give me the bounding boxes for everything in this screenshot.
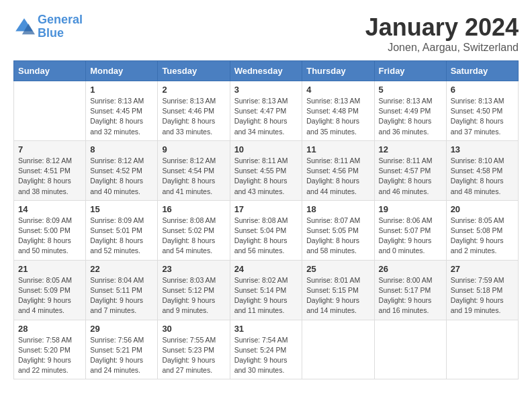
day-info: Sunrise: 8:11 AMSunset: 4:55 PMDaylight:… — [234, 156, 298, 197]
day-number: 13 — [451, 144, 514, 154]
calendar-cell: 1Sunrise: 8:13 AMSunset: 4:45 PMDaylight… — [86, 81, 158, 141]
calendar-cell: 21Sunrise: 8:05 AMSunset: 5:09 PMDayligh… — [14, 260, 86, 320]
day-number: 2 — [162, 85, 225, 95]
day-info: Sunrise: 8:09 AMSunset: 5:01 PMDaylight:… — [90, 216, 153, 257]
calendar-cell: 27Sunrise: 7:59 AMSunset: 5:18 PMDayligh… — [446, 260, 518, 320]
calendar-body: 1Sunrise: 8:13 AMSunset: 4:45 PMDaylight… — [14, 81, 519, 379]
day-info: Sunrise: 8:13 AMSunset: 4:49 PMDaylight:… — [379, 96, 442, 137]
day-number: 24 — [234, 264, 298, 274]
day-number: 8 — [90, 144, 153, 154]
day-info: Sunrise: 8:08 AMSunset: 5:04 PMDaylight:… — [234, 216, 298, 257]
day-info: Sunrise: 7:56 AMSunset: 5:21 PMDaylight:… — [90, 335, 153, 376]
calendar-cell — [446, 320, 518, 379]
day-number: 11 — [306, 144, 369, 154]
calendar-cell — [374, 320, 446, 379]
calendar-cell: 15Sunrise: 8:09 AMSunset: 5:01 PMDayligh… — [86, 200, 158, 260]
day-number: 25 — [306, 264, 369, 274]
logo-line1: General — [38, 13, 83, 26]
calendar-cell: 3Sunrise: 8:13 AMSunset: 4:47 PMDaylight… — [230, 81, 302, 141]
calendar-cell: 20Sunrise: 8:05 AMSunset: 5:08 PMDayligh… — [446, 200, 518, 260]
day-info: Sunrise: 7:54 AMSunset: 5:24 PMDaylight:… — [234, 335, 298, 376]
calendar-cell: 5Sunrise: 8:13 AMSunset: 4:49 PMDaylight… — [374, 81, 446, 141]
calendar-cell: 4Sunrise: 8:13 AMSunset: 4:48 PMDaylight… — [302, 81, 374, 141]
week-row-5: 28Sunrise: 7:58 AMSunset: 5:20 PMDayligh… — [14, 320, 519, 379]
calendar-cell: 14Sunrise: 8:09 AMSunset: 5:00 PMDayligh… — [14, 200, 86, 260]
day-number: 23 — [162, 264, 225, 274]
day-info: Sunrise: 8:00 AMSunset: 5:17 PMDaylight:… — [379, 275, 442, 316]
header-day-saturday: Saturday — [446, 61, 518, 81]
day-info: Sunrise: 8:12 AMSunset: 4:54 PMDaylight:… — [162, 156, 225, 197]
header-day-thursday: Thursday — [302, 61, 374, 81]
day-number: 19 — [379, 204, 442, 214]
day-info: Sunrise: 8:13 AMSunset: 4:47 PMDaylight:… — [234, 96, 298, 137]
day-info: Sunrise: 8:08 AMSunset: 5:02 PMDaylight:… — [162, 216, 225, 257]
calendar-cell — [14, 81, 86, 141]
calendar-cell: 19Sunrise: 8:06 AMSunset: 5:07 PMDayligh… — [374, 200, 446, 260]
day-info: Sunrise: 7:55 AMSunset: 5:23 PMDaylight:… — [162, 335, 225, 376]
day-number: 26 — [379, 264, 442, 274]
day-number: 3 — [234, 85, 298, 95]
logo-icon — [13, 16, 35, 38]
day-number: 12 — [379, 144, 442, 154]
calendar-table: SundayMondayTuesdayWednesdayThursdayFrid… — [13, 60, 519, 379]
day-info: Sunrise: 8:07 AMSunset: 5:05 PMDaylight:… — [306, 216, 369, 257]
calendar-cell: 6Sunrise: 8:13 AMSunset: 4:50 PMDaylight… — [446, 81, 518, 141]
day-info: Sunrise: 8:05 AMSunset: 5:09 PMDaylight:… — [18, 275, 81, 316]
day-info: Sunrise: 8:02 AMSunset: 5:14 PMDaylight:… — [234, 275, 298, 316]
header-day-sunday: Sunday — [14, 61, 86, 81]
day-info: Sunrise: 8:13 AMSunset: 4:46 PMDaylight:… — [162, 96, 225, 137]
calendar-cell: 30Sunrise: 7:55 AMSunset: 5:23 PMDayligh… — [158, 320, 230, 379]
calendar-cell: 13Sunrise: 8:10 AMSunset: 4:58 PMDayligh… — [446, 140, 518, 200]
calendar-cell: 9Sunrise: 8:12 AMSunset: 4:54 PMDaylight… — [158, 140, 230, 200]
day-info: Sunrise: 8:06 AMSunset: 5:07 PMDaylight:… — [379, 216, 442, 257]
calendar-cell: 12Sunrise: 8:11 AMSunset: 4:57 PMDayligh… — [374, 140, 446, 200]
week-row-4: 21Sunrise: 8:05 AMSunset: 5:09 PMDayligh… — [14, 260, 519, 320]
calendar-cell: 24Sunrise: 8:02 AMSunset: 5:14 PMDayligh… — [230, 260, 302, 320]
day-info: Sunrise: 7:59 AMSunset: 5:18 PMDaylight:… — [451, 275, 514, 316]
calendar-cell: 8Sunrise: 8:12 AMSunset: 4:52 PMDaylight… — [86, 140, 158, 200]
header: General Blue January 2024 Jonen, Aargau,… — [13, 13, 519, 54]
day-number: 17 — [234, 204, 298, 214]
day-info: Sunrise: 8:12 AMSunset: 4:51 PMDaylight:… — [18, 156, 81, 197]
day-number: 7 — [18, 144, 81, 154]
title-area: January 2024 Jonen, Aargau, Switzerland — [365, 13, 519, 54]
calendar-cell: 7Sunrise: 8:12 AMSunset: 4:51 PMDaylight… — [14, 140, 86, 200]
day-info: Sunrise: 8:11 AMSunset: 4:56 PMDaylight:… — [306, 156, 369, 197]
calendar-cell: 11Sunrise: 8:11 AMSunset: 4:56 PMDayligh… — [302, 140, 374, 200]
calendar-cell: 26Sunrise: 8:00 AMSunset: 5:17 PMDayligh… — [374, 260, 446, 320]
day-info: Sunrise: 8:11 AMSunset: 4:57 PMDaylight:… — [379, 156, 442, 197]
day-number: 4 — [306, 85, 369, 95]
day-info: Sunrise: 8:04 AMSunset: 5:11 PMDaylight:… — [90, 275, 153, 316]
calendar-cell: 17Sunrise: 8:08 AMSunset: 5:04 PMDayligh… — [230, 200, 302, 260]
day-info: Sunrise: 7:58 AMSunset: 5:20 PMDaylight:… — [18, 335, 81, 376]
day-info: Sunrise: 8:05 AMSunset: 5:08 PMDaylight:… — [451, 216, 514, 257]
week-row-3: 14Sunrise: 8:09 AMSunset: 5:00 PMDayligh… — [14, 200, 519, 260]
calendar-cell: 29Sunrise: 7:56 AMSunset: 5:21 PMDayligh… — [86, 320, 158, 379]
day-number: 14 — [18, 204, 81, 214]
day-number: 30 — [162, 324, 225, 334]
header-day-tuesday: Tuesday — [158, 61, 230, 81]
calendar-cell: 23Sunrise: 8:03 AMSunset: 5:12 PMDayligh… — [158, 260, 230, 320]
calendar-header: SundayMondayTuesdayWednesdayThursdayFrid… — [14, 61, 519, 81]
day-info: Sunrise: 8:09 AMSunset: 5:00 PMDaylight:… — [18, 216, 81, 257]
day-number: 5 — [379, 85, 442, 95]
header-row: SundayMondayTuesdayWednesdayThursdayFrid… — [14, 61, 519, 81]
calendar-cell: 28Sunrise: 7:58 AMSunset: 5:20 PMDayligh… — [14, 320, 86, 379]
day-info: Sunrise: 8:13 AMSunset: 4:45 PMDaylight:… — [90, 96, 153, 137]
logo-text: General Blue — [38, 13, 83, 40]
day-number: 9 — [162, 144, 225, 154]
calendar-cell: 31Sunrise: 7:54 AMSunset: 5:24 PMDayligh… — [230, 320, 302, 379]
location-subtitle: Jonen, Aargau, Switzerland — [365, 42, 519, 54]
day-info: Sunrise: 8:10 AMSunset: 4:58 PMDaylight:… — [451, 156, 514, 197]
calendar-cell — [302, 320, 374, 379]
day-number: 27 — [451, 264, 514, 274]
header-day-friday: Friday — [374, 61, 446, 81]
calendar-cell: 18Sunrise: 8:07 AMSunset: 5:05 PMDayligh… — [302, 200, 374, 260]
day-number: 6 — [451, 85, 514, 95]
calendar-cell: 22Sunrise: 8:04 AMSunset: 5:11 PMDayligh… — [86, 260, 158, 320]
day-number: 1 — [90, 85, 153, 95]
day-number: 18 — [306, 204, 369, 214]
header-day-monday: Monday — [86, 61, 158, 81]
day-number: 15 — [90, 204, 153, 214]
day-number: 28 — [18, 324, 81, 334]
